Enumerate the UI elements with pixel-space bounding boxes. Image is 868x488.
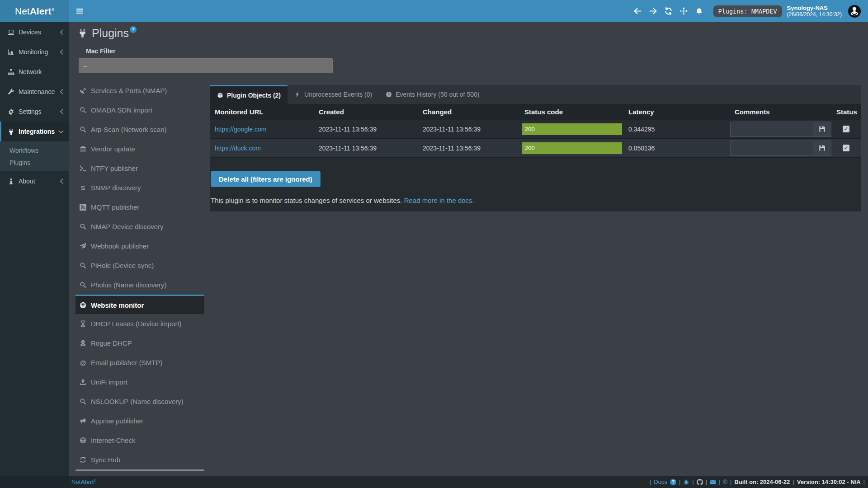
status-checkbox[interactable]: ✓	[843, 145, 849, 151]
plugin-item-label: Apprise publisher	[91, 417, 143, 425]
question-icon[interactable]: ?	[670, 479, 676, 485]
created-cell: 2023-11-11 13:56:39	[319, 145, 423, 152]
at-icon: @	[79, 360, 87, 366]
plug-icon	[78, 28, 87, 38]
paper-plane-icon	[79, 243, 87, 249]
move-button[interactable]	[676, 0, 692, 22]
save-comment-button[interactable]	[813, 122, 831, 137]
save-comment-button[interactable]	[813, 141, 831, 156]
sidebar-subitem-plugins[interactable]: Plugins	[0, 156, 69, 169]
plugin-list-item-apprise-publisher[interactable]: Apprise publisher	[75, 411, 204, 431]
plugin-description: This plugin is to monitor status changes…	[211, 197, 861, 204]
version-text: Version: 14:30:02 - N/A	[797, 479, 861, 485]
plugin-list-item-vendor-update[interactable]: Vendor update	[75, 139, 204, 159]
sidebar-subitem-workflows[interactable]: Workflows	[0, 144, 69, 156]
docs-link[interactable]: Docs	[654, 479, 667, 485]
plugin-list-item-sync-hub[interactable]: Sync Hub	[75, 450, 204, 469]
mac-filter-input[interactable]	[79, 58, 333, 73]
plugin-list-item-unifi-import[interactable]: UniFi import	[75, 372, 204, 392]
github-icon[interactable]	[697, 479, 703, 485]
plugin-list-item-mqtt-publisher[interactable]: MQTT publisher	[75, 197, 204, 217]
refresh-button[interactable]	[661, 0, 676, 22]
table-header-row: Monitored URLCreatedChangedStatus codeLa…	[210, 104, 861, 120]
laptop-icon	[7, 29, 15, 36]
email-icon[interactable]	[710, 479, 716, 485]
arrow-right-icon	[649, 7, 657, 15]
plugin-list-item-rogue-dhcp[interactable]: Rogue DHCP	[75, 333, 204, 353]
sidebar-item-settings[interactable]: Settings	[0, 102, 69, 122]
sidebar-item-label: Integrations	[19, 128, 55, 135]
notifications-bell-button[interactable]	[692, 0, 707, 22]
tab-unprocessed-events-0[interactable]: Unprocessed Events (0)	[288, 85, 379, 104]
tab-label: Unprocessed Events (0)	[304, 91, 372, 98]
plugin-list-item-services-ports-nmap[interactable]: Services & Ports (NMAP)	[75, 81, 204, 100]
tab-plugin-objects-2[interactable]: Plugin Objects (2)	[210, 85, 288, 104]
nav-forward-button[interactable]	[646, 0, 661, 22]
sidebar-item-label: Maintenance	[19, 88, 55, 95]
plugin-list-item-snmp-discovery[interactable]: SSNMP discovery	[75, 178, 204, 197]
nav-back-button[interactable]	[630, 0, 646, 22]
user-avatar[interactable]	[848, 5, 861, 18]
plugin-list-item-arp-scan-network-scan[interactable]: Arp-Scan (Network scan)	[75, 120, 204, 139]
status-cell: ✓	[833, 145, 861, 151]
plugin-list-item-internet-check[interactable]: Internet-Check	[75, 431, 204, 450]
plugin-item-label: NMAP Device discovery	[91, 223, 164, 230]
sidebar-item-label: Devices	[19, 28, 41, 36]
plugin-list-item-webhook-publisher[interactable]: Webhook publisher	[75, 236, 204, 256]
plugin-list-item-website-monitor[interactable]: Website monitor	[75, 295, 204, 314]
tab-bar: Plugin Objects (2)Unprocessed Events (0)…	[210, 85, 861, 104]
copyright-icon[interactable]: ©	[723, 479, 728, 485]
plugin-list: Services & Ports (NMAP)OMADA SDN importA…	[75, 81, 204, 469]
plugin-item-label: Email publisher (SMTP)	[91, 359, 162, 366]
plugin-list-item-omada-sdn-import[interactable]: OMADA SDN import	[75, 100, 204, 120]
gear-icon	[7, 108, 15, 115]
monitored-url-link[interactable]: https://google.com	[215, 126, 266, 133]
sidebar-item-label: Settings	[19, 108, 42, 115]
plugin-item-label: Webhook publisher	[91, 242, 149, 250]
status-code-cell: 200	[520, 123, 626, 135]
chevron-left-icon	[60, 178, 64, 184]
skull-icon	[79, 340, 87, 347]
sidebar-toggle-button[interactable]	[69, 0, 90, 22]
plugins-status-badge[interactable]: Plugins: NMAPDEV	[713, 5, 782, 17]
monitored-url-cell: https://google.com	[210, 126, 319, 133]
comment-input[interactable]	[730, 122, 813, 137]
tab-events-history-50-out-of-500[interactable]: Events History (50 out of 500)	[379, 85, 486, 104]
sidebar-item-devices[interactable]: Devices	[0, 22, 69, 42]
plugin-item-label: Website monitor	[91, 301, 144, 309]
host-info: Synology-NAS (26/06/2024, 14:30:32)	[787, 5, 842, 18]
plugin-item-label: OMADA SDN import	[91, 106, 152, 114]
plugin-list-item-email-publisher-smtp[interactable]: @Email publisher (SMTP)	[75, 353, 204, 372]
plugin-item-label: Arp-Scan (Network scan)	[91, 126, 167, 133]
plugin-list-item-pholus-name-discovery[interactable]: Pholus (Name discovery)	[75, 275, 204, 295]
bug-report-icon[interactable]	[683, 479, 689, 485]
brand-bold: Alert	[30, 6, 52, 17]
sidebar-item-about[interactable]: About	[0, 171, 69, 191]
delete-all-button[interactable]: Delete all (filters are ignored)	[211, 171, 321, 187]
comment-input-group	[730, 122, 831, 137]
sidebar-item-maintenance[interactable]: Maintenance	[0, 82, 69, 102]
plugin-list-item-nslookup-name-discovery[interactable]: NSLOOKUP (Name discovery)	[75, 392, 204, 411]
comment-input[interactable]	[730, 141, 813, 156]
latency-cell: 0.344295	[626, 126, 728, 133]
search-icon	[79, 282, 87, 288]
plugin-list-item-ntfy-publisher[interactable]: NTFY publisher	[75, 159, 204, 178]
plugin-list-item-dhcp-leases-device-import[interactable]: DHCP Leases (Device import)	[75, 314, 204, 333]
sidebar-item-monitoring[interactable]: Monitoring	[0, 42, 69, 62]
sidebar-item-label: Network	[19, 68, 42, 75]
monitored-url-link[interactable]: https://duck.com	[215, 145, 261, 152]
sidebar-item-integrations[interactable]: Integrations	[0, 122, 69, 141]
status-checkbox[interactable]: ✓	[843, 126, 849, 132]
clock-icon	[386, 91, 392, 98]
mac-filter-label: Mac Filter	[86, 47, 115, 55]
sidebar-item-network[interactable]: Network	[0, 62, 69, 82]
plugin-list-item-nmap-device-discovery[interactable]: NMAP Device discovery	[75, 217, 204, 236]
plugin-list-scrollbar[interactable]	[75, 469, 204, 471]
footer-brand[interactable]: NetAlertx	[71, 478, 96, 485]
arrow-left-icon	[634, 7, 642, 15]
read-docs-link[interactable]: Read more in the docs.	[404, 197, 474, 204]
help-question-icon[interactable]: ?	[130, 26, 137, 33]
globe-icon	[79, 302, 87, 309]
app-logo[interactable]: NetAlertx	[0, 0, 69, 22]
plugin-list-item-pihole-device-sync[interactable]: PiHole (Device sync)	[75, 256, 204, 275]
